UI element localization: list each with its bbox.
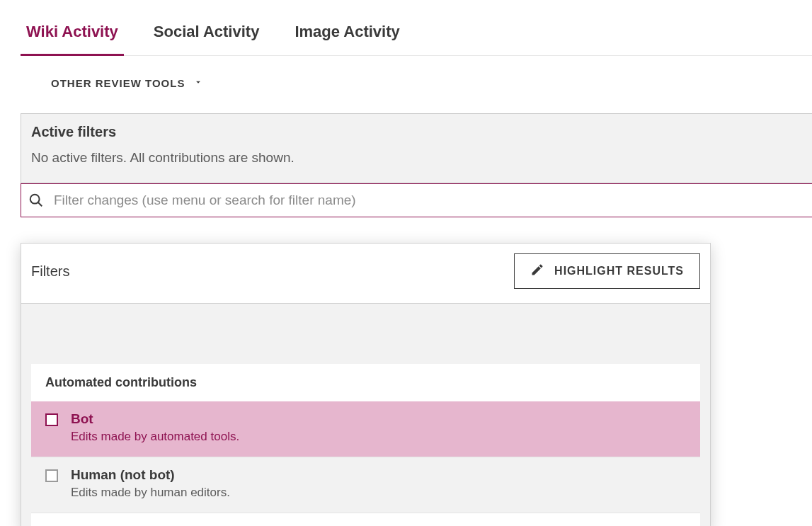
tab-image-activity[interactable]: Image Activity — [289, 0, 405, 56]
filter-item-title: Human (not bot) — [71, 467, 686, 483]
filter-search-row — [21, 183, 812, 217]
filter-group-significance: Significance Minor edits Edits the autho… — [31, 513, 700, 526]
filter-item-texts: Human (not bot) Edits made by human edit… — [71, 467, 686, 500]
tabs: Wiki Activity Social Activity Image Acti… — [21, 0, 812, 56]
checkbox-icon[interactable] — [45, 413, 58, 426]
active-filters-panel: Active filters No active filters. All co… — [21, 113, 812, 183]
filters-popover-body: Automated contributions Bot Edits made b… — [21, 304, 710, 526]
filters-popover: Filters HIGHLIGHT RESULTS Automated cont… — [21, 243, 711, 526]
tabs-bar: Wiki Activity Social Activity Image Acti… — [0, 0, 812, 56]
filter-group-heading: Significance — [31, 513, 700, 526]
filter-group-heading: Automated contributions — [31, 364, 700, 401]
filter-item-bot[interactable]: Bot Edits made by automated tools. — [31, 401, 700, 457]
filter-group-automated-contributions: Automated contributions Bot Edits made b… — [31, 364, 700, 513]
filter-search-input[interactable] — [54, 193, 805, 208]
highlight-results-label: HIGHLIGHT RESULTS — [554, 265, 684, 278]
filter-item-texts: Bot Edits made by automated tools. — [71, 411, 686, 444]
chevron-down-icon — [193, 77, 203, 89]
active-filters-status: No active filters. All contributions are… — [31, 150, 802, 166]
search-icon — [28, 193, 44, 208]
pencil-icon — [530, 263, 544, 280]
highlight-results-button[interactable]: HIGHLIGHT RESULTS — [514, 253, 700, 289]
checkbox-icon[interactable] — [45, 469, 58, 482]
filter-item-desc: Edits made by automated tools. — [71, 430, 686, 444]
other-review-tools-dropdown[interactable]: OTHER REVIEW TOOLS — [0, 56, 812, 89]
filter-item-human-not-bot[interactable]: Human (not bot) Edits made by human edit… — [31, 457, 700, 513]
filters-popover-title: Filters — [31, 263, 69, 280]
tab-social-activity[interactable]: Social Activity — [148, 0, 265, 56]
filters-scroll-area[interactable]: Automated contributions Bot Edits made b… — [21, 304, 710, 526]
tab-wiki-activity[interactable]: Wiki Activity — [21, 0, 124, 56]
svg-point-0 — [30, 195, 40, 204]
filters-popover-header: Filters HIGHLIGHT RESULTS — [21, 244, 710, 304]
svg-line-1 — [38, 202, 42, 206]
filter-item-title: Bot — [71, 411, 686, 427]
active-filters-title: Active filters — [31, 124, 802, 140]
other-review-tools-label: OTHER REVIEW TOOLS — [51, 77, 185, 89]
filter-item-desc: Edits made by human editors. — [71, 486, 686, 500]
